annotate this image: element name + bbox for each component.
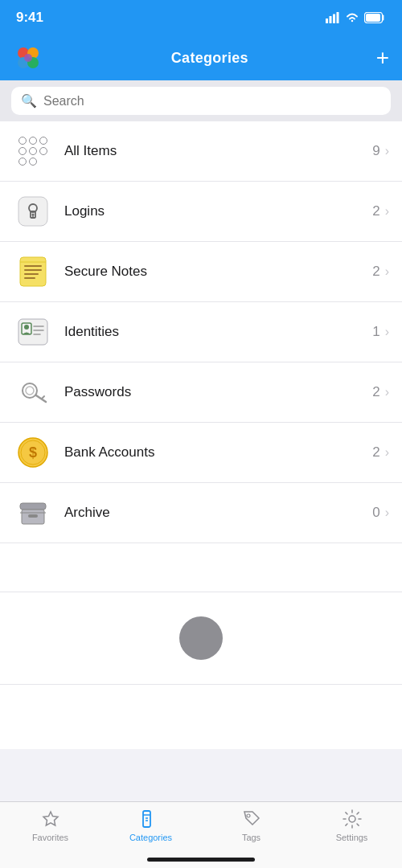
list-item[interactable]: Archive 0 › xyxy=(0,483,402,542)
svg-rect-38 xyxy=(28,514,38,518)
favorites-tab-icon xyxy=(40,809,61,829)
chevron-icon: › xyxy=(385,144,389,158)
nav-title: Categories xyxy=(171,50,248,67)
list-item[interactable]: All Items 9 › xyxy=(0,121,402,182)
status-bar: 9:41 xyxy=(0,0,402,35)
tab-categories[interactable]: Categories xyxy=(100,809,201,842)
svg-rect-39 xyxy=(143,811,150,827)
search-input-wrapper[interactable]: 🔍 xyxy=(11,87,391,115)
settings-tab-label: Settings xyxy=(336,833,368,842)
svg-point-43 xyxy=(247,814,250,817)
tags-tab-label: Tags xyxy=(242,833,260,842)
logo-svg xyxy=(13,43,43,73)
svg-rect-16 xyxy=(20,257,46,286)
identities-icon xyxy=(13,312,53,352)
categories-list: All Items 9 › Logins 2 › xyxy=(0,121,402,542)
svg-point-10 xyxy=(24,54,32,62)
home-indicator xyxy=(147,858,255,862)
secure-notes-icon xyxy=(13,252,53,292)
svg-point-24 xyxy=(24,325,29,330)
divider xyxy=(0,542,402,543)
signal-icon xyxy=(326,12,340,23)
status-time: 9:41 xyxy=(16,10,43,26)
category-label: Bank Accounts xyxy=(64,444,372,461)
category-count: 2 xyxy=(372,264,379,280)
category-label: Secure Notes xyxy=(64,264,372,280)
category-label: Identities xyxy=(64,324,372,340)
archive-icon xyxy=(13,493,53,533)
list-item[interactable]: Logins 2 › xyxy=(0,182,402,242)
svg-rect-35 xyxy=(20,503,46,510)
tab-tags[interactable]: Tags xyxy=(201,809,302,842)
secure-notes-svg xyxy=(15,254,51,289)
list-item[interactable]: Passwords 2 › xyxy=(0,362,402,423)
tab-settings[interactable]: Settings xyxy=(302,809,402,842)
category-count: 2 xyxy=(372,203,379,219)
nav-bar: Categories + xyxy=(0,35,402,80)
archive-svg xyxy=(15,495,51,530)
category-count: 9 xyxy=(372,143,379,159)
chevron-icon: › xyxy=(385,506,389,520)
settings-tab-icon xyxy=(342,809,363,829)
passwords-icon xyxy=(13,372,53,412)
chevron-icon: › xyxy=(385,325,389,339)
favorites-tab-label: Favorites xyxy=(32,833,68,842)
chevron-icon: › xyxy=(385,445,389,460)
logins-svg xyxy=(15,194,51,229)
svg-rect-3 xyxy=(337,12,339,23)
category-count: 0 xyxy=(372,505,379,521)
list-item[interactable]: Secure Notes 2 › xyxy=(0,242,402,302)
bank-accounts-svg: $ xyxy=(15,435,51,470)
category-count: 2 xyxy=(372,384,379,400)
category-label: Logins xyxy=(64,203,372,219)
add-button[interactable]: + xyxy=(376,47,389,69)
svg-point-28 xyxy=(23,383,37,398)
list-item[interactable]: Identities 1 › xyxy=(0,302,402,362)
passwords-svg xyxy=(15,375,51,410)
search-icon: 🔍 xyxy=(21,93,37,108)
chevron-icon: › xyxy=(385,204,389,219)
category-count: 1 xyxy=(372,324,379,340)
category-count: 2 xyxy=(372,444,379,461)
circular-button[interactable] xyxy=(179,616,223,660)
wifi-icon xyxy=(345,12,359,23)
category-label: Archive xyxy=(64,505,372,521)
logins-icon xyxy=(13,191,53,231)
tags-tab-icon xyxy=(241,809,262,829)
svg-text:$: $ xyxy=(29,444,37,461)
status-icons xyxy=(326,12,386,23)
chevron-icon: › xyxy=(385,385,389,399)
categories-tab-icon xyxy=(141,809,162,829)
category-label: Passwords xyxy=(64,384,372,400)
list-item[interactable]: $ Bank Accounts 2 › xyxy=(0,423,402,483)
svg-point-44 xyxy=(349,816,355,822)
svg-rect-5 xyxy=(366,14,380,22)
divider-line-2 xyxy=(0,684,402,685)
bottom-area xyxy=(0,542,402,749)
chevron-icon: › xyxy=(385,264,389,279)
tab-favorites[interactable]: Favorites xyxy=(0,809,100,842)
svg-rect-2 xyxy=(333,14,335,24)
svg-point-29 xyxy=(26,387,34,395)
category-label: All Items xyxy=(64,143,372,159)
svg-line-31 xyxy=(42,396,44,399)
svg-rect-1 xyxy=(330,16,332,23)
svg-rect-0 xyxy=(326,18,328,23)
search-bar: 🔍 xyxy=(0,80,402,121)
app-logo xyxy=(13,43,43,73)
all-items-icon xyxy=(13,131,53,171)
tab-bar: Favorites Categories Tags xyxy=(0,801,402,868)
bank-accounts-icon: $ xyxy=(13,432,53,473)
search-input[interactable] xyxy=(43,94,381,108)
battery-icon xyxy=(364,12,386,23)
identities-svg xyxy=(15,314,51,350)
categories-tab-label: Categories xyxy=(129,833,172,842)
circular-btn-area xyxy=(0,592,402,684)
